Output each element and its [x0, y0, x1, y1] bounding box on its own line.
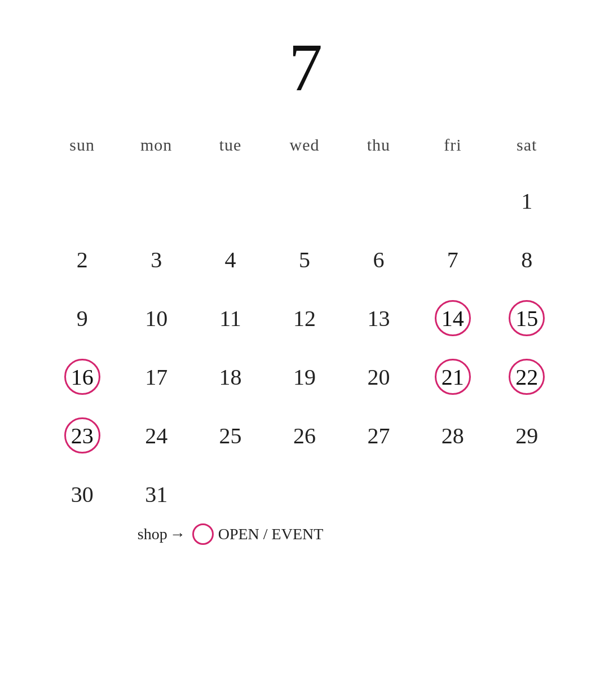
day-cell-empty	[193, 171, 267, 230]
day-18: 18	[193, 347, 267, 406]
day-9: 9	[45, 289, 119, 347]
legend-arrow: →	[170, 525, 186, 543]
day-15: 15	[490, 289, 564, 347]
day-13: 13	[342, 289, 416, 347]
day-8: 8	[490, 230, 564, 289]
day-23: 23	[45, 406, 119, 465]
day-28: 28	[416, 406, 489, 465]
day-14: 14	[416, 289, 489, 347]
day-4: 4	[193, 230, 267, 289]
calendar-container: 7 sun mon tue wed thu fri sat 1 2 3 4 5 …	[0, 0, 609, 579]
day-cell-empty	[45, 171, 119, 230]
day-25: 25	[193, 406, 267, 465]
day-30: 30	[45, 465, 119, 523]
header-fri: fri	[416, 124, 489, 171]
legend-circle-icon	[192, 523, 214, 545]
day-cell-empty	[193, 465, 267, 523]
day-7: 7	[416, 230, 489, 289]
day-24: 24	[119, 406, 193, 465]
day-17: 17	[119, 347, 193, 406]
day-29: 29	[490, 406, 564, 465]
day-5: 5	[267, 230, 341, 289]
day-20: 20	[342, 347, 416, 406]
header-sun: sun	[45, 124, 119, 171]
day-cell-empty	[267, 171, 341, 230]
day-27: 27	[342, 406, 416, 465]
day-1: 1	[490, 171, 564, 230]
header-wed: wed	[267, 124, 341, 171]
day-12: 12	[267, 289, 341, 347]
legend-shop-label: shop	[138, 525, 167, 543]
month-title: 7	[45, 34, 564, 102]
day-31: 31	[119, 465, 193, 523]
day-2: 2	[45, 230, 119, 289]
day-19: 19	[267, 347, 341, 406]
day-10: 10	[119, 289, 193, 347]
header-thu: thu	[342, 124, 416, 171]
calendar-grid: sun mon tue wed thu fri sat 1 2 3 4 5 6 …	[45, 124, 564, 545]
day-cell-empty	[342, 171, 416, 230]
day-16: 16	[45, 347, 119, 406]
header-mon: mon	[119, 124, 193, 171]
day-6: 6	[342, 230, 416, 289]
day-21: 21	[416, 347, 489, 406]
legend-open-event: OPEN / EVENT	[218, 525, 324, 543]
day-26: 26	[267, 406, 341, 465]
day-3: 3	[119, 230, 193, 289]
day-cell-empty	[119, 171, 193, 230]
day-22: 22	[490, 347, 564, 406]
legend-row: shop → OPEN / EVENT	[45, 523, 416, 545]
day-cell-empty	[416, 171, 489, 230]
header-tue: tue	[193, 124, 267, 171]
day-11: 11	[193, 289, 267, 347]
header-sat: sat	[490, 124, 564, 171]
